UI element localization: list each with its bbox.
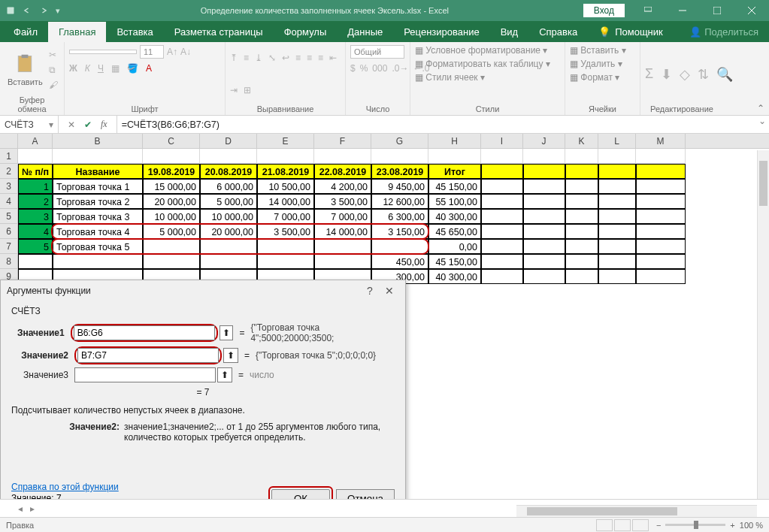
horizontal-scrollbar[interactable] <box>516 505 757 517</box>
cell[interactable] <box>523 164 565 179</box>
cell[interactable]: 10 000,00 <box>143 209 200 224</box>
cell[interactable] <box>636 254 686 269</box>
col-header[interactable]: A <box>18 134 53 148</box>
cell[interactable] <box>565 149 598 164</box>
save-icon[interactable] <box>6 6 15 15</box>
cell[interactable]: 14 000,00 <box>314 224 371 239</box>
col-header[interactable]: M <box>636 134 686 148</box>
cell[interactable] <box>257 149 314 164</box>
cell[interactable] <box>598 194 636 209</box>
cell[interactable] <box>565 194 598 209</box>
col-header[interactable]: C <box>143 134 200 148</box>
cell[interactable] <box>53 254 143 269</box>
cell[interactable] <box>523 179 565 194</box>
cell[interactable] <box>200 149 257 164</box>
cell[interactable]: 45 150,00 <box>428 179 481 194</box>
indent-inc-icon[interactable]: ⇥ <box>230 85 238 95</box>
cell[interactable]: 2 <box>18 194 53 209</box>
tab-review[interactable]: Рецензирование <box>393 22 489 42</box>
col-header[interactable]: J <box>523 134 565 148</box>
cell[interactable] <box>523 209 565 224</box>
row-header[interactable]: 6 <box>0 224 18 239</box>
enter-formula-icon[interactable]: ✔ <box>84 119 92 130</box>
cell[interactable] <box>636 224 686 239</box>
cell[interactable] <box>636 209 686 224</box>
cell[interactable] <box>143 254 200 269</box>
cell[interactable] <box>636 269 686 284</box>
col-header[interactable]: K <box>565 134 598 148</box>
copy-icon[interactable]: ⧉ <box>49 65 58 75</box>
format-as-table-button[interactable]: ▦ Форматировать как таблицу ▾ <box>415 59 550 69</box>
fx-icon[interactable]: fx <box>101 119 107 130</box>
cell[interactable] <box>636 179 686 194</box>
row-header[interactable]: 5 <box>0 209 18 224</box>
cell[interactable]: 3 500,00 <box>314 194 371 209</box>
clear-icon[interactable]: ◇ <box>680 66 690 83</box>
col-header[interactable]: D <box>200 134 257 148</box>
chevron-down-icon[interactable]: ▾ <box>49 119 53 130</box>
cell[interactable] <box>523 149 565 164</box>
percent-icon[interactable]: % <box>360 63 368 74</box>
cell[interactable] <box>481 179 523 194</box>
delete-cells-button[interactable]: ▦ Удалить ▾ <box>570 59 622 69</box>
undo-icon[interactable] <box>23 6 32 15</box>
orientation-icon[interactable]: ⤡ <box>268 53 276 63</box>
page-break-view-icon[interactable] <box>632 519 649 531</box>
tab-page-layout[interactable]: Разметка страницы <box>164 22 274 42</box>
cell[interactable]: № п/п <box>18 164 53 179</box>
tab-view[interactable]: Вид <box>490 22 529 42</box>
cell[interactable] <box>481 254 523 269</box>
cell[interactable]: 1 <box>18 179 53 194</box>
cell[interactable] <box>371 149 428 164</box>
select-all-corner[interactable] <box>0 134 18 148</box>
cell[interactable] <box>598 254 636 269</box>
cell[interactable] <box>636 164 686 179</box>
find-icon[interactable]: 🔍 <box>716 66 733 83</box>
cell[interactable] <box>200 254 257 269</box>
inc-decimal-icon[interactable]: .0→ <box>392 63 408 74</box>
cell[interactable]: 40 300,00 <box>428 269 481 284</box>
sort-filter-icon[interactable]: ⇅ <box>698 66 709 83</box>
cell[interactable] <box>523 194 565 209</box>
arg2-input[interactable] <box>77 348 219 363</box>
cell[interactable] <box>143 239 200 254</box>
tab-insert[interactable]: Вставка <box>106 22 163 42</box>
cell[interactable]: 5 <box>18 239 53 254</box>
formula-input[interactable]: =СЧЁТЗ(B6:G6;B7:G7) <box>117 116 755 133</box>
col-header[interactable]: I <box>481 134 523 148</box>
cell[interactable]: Итог <box>428 164 481 179</box>
cell[interactable]: 5 000,00 <box>143 224 200 239</box>
cell[interactable] <box>523 254 565 269</box>
merge-icon[interactable]: ⊞ <box>244 85 251 95</box>
align-bottom-icon[interactable]: ⤓ <box>255 53 262 63</box>
cell[interactable]: 40 300,00 <box>428 209 481 224</box>
cell[interactable] <box>18 149 53 164</box>
cell[interactable] <box>481 164 523 179</box>
cell[interactable] <box>143 149 200 164</box>
fill-color-icon[interactable]: 🪣 <box>127 63 138 74</box>
underline-button[interactable]: Ч <box>98 63 104 74</box>
cell[interactable]: 5 000,00 <box>200 194 257 209</box>
cell[interactable] <box>371 239 428 254</box>
tab-data[interactable]: Данные <box>337 22 393 42</box>
row-header[interactable]: 7 <box>0 239 18 254</box>
number-format-combo[interactable]: Общий <box>350 45 404 59</box>
cell[interactable] <box>481 209 523 224</box>
share-button[interactable]: 👤Поделиться <box>679 22 769 42</box>
minimize-icon[interactable] <box>665 0 700 21</box>
arg1-input[interactable] <box>74 325 215 340</box>
sheet-nav-next-icon[interactable]: ▸ <box>30 503 35 514</box>
cell[interactable]: 19.08.2019 <box>143 164 200 179</box>
cell[interactable] <box>636 194 686 209</box>
cell[interactable] <box>257 254 314 269</box>
cell[interactable]: 10 500,00 <box>257 179 314 194</box>
worksheet-grid[interactable]: 12№ п/пНазвание19.08.201920.08.201921.08… <box>0 149 769 284</box>
align-middle-icon[interactable]: ≡ <box>244 53 249 63</box>
cell[interactable]: 6 000,00 <box>200 179 257 194</box>
cut-icon[interactable]: ✂ <box>49 50 58 60</box>
insert-cells-button[interactable]: ▦ Вставить ▾ <box>570 45 626 56</box>
cell[interactable] <box>636 149 686 164</box>
bold-button[interactable]: Ж <box>69 63 77 74</box>
cell-styles-button[interactable]: ▦ Стили ячеек ▾ <box>415 72 485 83</box>
row-header[interactable]: 3 <box>0 179 18 194</box>
